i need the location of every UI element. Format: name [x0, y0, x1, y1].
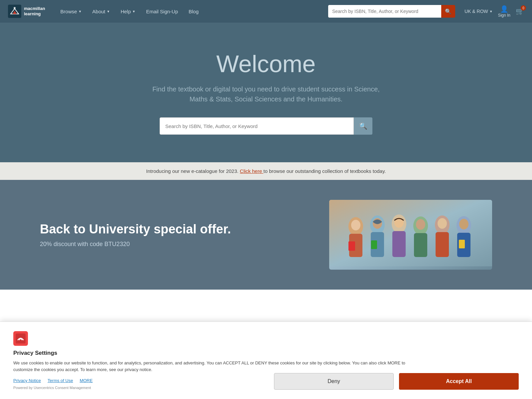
- catalogue-intro: Introducing our new e-catalogue for 2023…: [146, 168, 239, 174]
- user-icon: 👤: [500, 5, 508, 13]
- hero-section: Welcome Find the textbook or digital too…: [0, 23, 532, 162]
- search-icon: 🔍: [359, 122, 367, 130]
- privacy-body: We use cookies to enable our website to …: [13, 360, 412, 373]
- catalogue-banner: Introducing our new e-catalogue for 2023…: [0, 162, 532, 180]
- navbar-search-area: 🔍: [328, 5, 455, 18]
- students-visual: [329, 200, 492, 270]
- svg-point-1: [14, 7, 16, 9]
- cart-badge: 0: [521, 5, 526, 11]
- svg-rect-10: [392, 231, 406, 257]
- region-label: UK & ROW: [465, 9, 488, 14]
- sign-in-area[interactable]: 👤 Sign In: [498, 5, 510, 18]
- browse-chevron-icon: ▼: [78, 10, 82, 13]
- cart-area[interactable]: 🛒 0: [516, 7, 524, 15]
- catalogue-link-text: Click here: [240, 168, 262, 174]
- nav-blog[interactable]: Blog: [184, 6, 203, 17]
- students-svg: [329, 200, 492, 266]
- logo[interactable]: macmillan learning: [8, 5, 45, 18]
- hero-search-area: 🔍: [160, 117, 372, 135]
- nav-email-signup[interactable]: Email Sign-Up: [141, 6, 183, 17]
- privacy-buttons: Deny Accept All: [274, 373, 519, 390]
- terms-of-use-link[interactable]: Terms of Use: [48, 378, 73, 383]
- offer-text: Back to University special offer. 20% di…: [40, 222, 303, 248]
- navbar: macmillan learning Browse ▼ About ▼ Help…: [0, 0, 532, 23]
- hero-search-input[interactable]: [160, 117, 354, 135]
- logo-icon: [8, 5, 21, 18]
- svg-rect-13: [414, 233, 427, 257]
- svg-rect-16: [436, 232, 449, 257]
- about-chevron-icon: ▼: [107, 10, 110, 13]
- nav-about[interactable]: About ▼: [88, 6, 115, 17]
- offer-subtitle: 20% discount with code BTU2320: [40, 241, 303, 248]
- navbar-search-input[interactable]: [328, 5, 441, 18]
- more-link[interactable]: MORE: [80, 378, 93, 383]
- svg-rect-21: [348, 241, 355, 251]
- nav-right: UK & ROW ▼ 👤 Sign In 🛒 0: [465, 5, 524, 18]
- deny-button[interactable]: Deny: [274, 373, 394, 390]
- privacy-title: Privacy Settings: [13, 350, 519, 356]
- hero-search-button[interactable]: 🔍: [354, 117, 372, 135]
- catalogue-link[interactable]: Click here: [240, 168, 263, 174]
- nav-browse[interactable]: Browse ▼: [56, 6, 86, 17]
- logo-text: macmillan learning: [24, 6, 45, 16]
- svg-rect-23: [371, 240, 377, 249]
- offer-title: Back to University special offer.: [40, 222, 303, 237]
- svg-point-17: [438, 218, 447, 229]
- privacy-notice-link[interactable]: Privacy Notice: [13, 378, 41, 383]
- privacy-overlay: Privacy Settings We use cookies to enabl…: [0, 322, 532, 399]
- nav-links: Browse ▼ About ▼ Help ▼ Email Sign-Up Bl…: [56, 6, 323, 17]
- svg-rect-22: [459, 240, 465, 248]
- svg-point-5: [351, 220, 360, 230]
- region-chevron-icon: ▼: [489, 10, 493, 13]
- hero-title: Welcome: [216, 50, 316, 77]
- offer-section: Back to University special offer. 20% di…: [0, 180, 532, 290]
- svg-point-14: [416, 219, 425, 230]
- svg-point-20: [459, 219, 468, 229]
- consent-logo-icon: [16, 333, 26, 343]
- privacy-logo: [13, 331, 28, 346]
- nav-help[interactable]: Help ▼: [116, 6, 140, 17]
- help-chevron-icon: ▼: [132, 10, 136, 13]
- search-icon: 🔍: [445, 8, 452, 15]
- sign-in-label: Sign In: [498, 13, 510, 18]
- offer-image: [329, 200, 492, 270]
- navbar-search-button[interactable]: 🔍: [441, 5, 455, 18]
- hero-subtitle: Find the textbook or digital tool you ne…: [146, 84, 386, 104]
- accept-all-button[interactable]: Accept All: [399, 373, 519, 390]
- catalogue-trailing: to browse our outstanding collection of …: [263, 168, 386, 174]
- region-selector[interactable]: UK & ROW ▼: [465, 9, 493, 14]
